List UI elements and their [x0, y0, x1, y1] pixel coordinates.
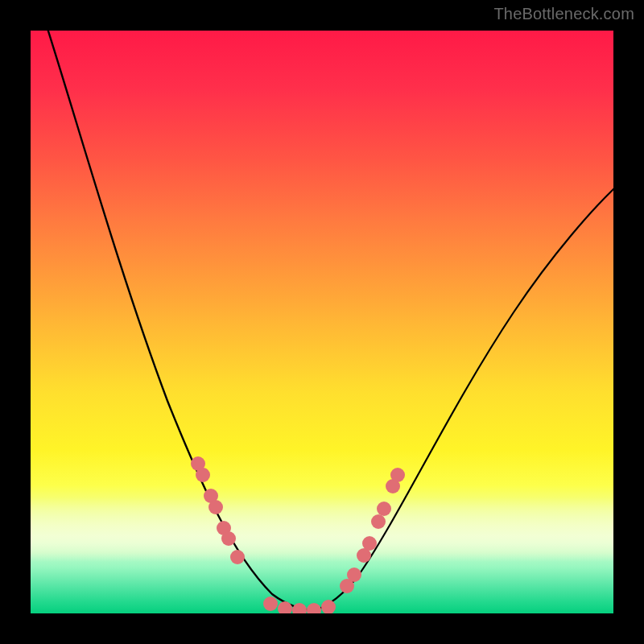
marker-dot: [321, 600, 336, 613]
marker-dot: [263, 597, 278, 611]
marker-dot: [307, 603, 321, 613]
marker-dot: [377, 502, 391, 516]
left-curve: [45, 31, 311, 610]
right-curve: [311, 188, 613, 610]
marker-dot: [208, 500, 223, 514]
marker-dot: [347, 568, 361, 582]
marker-dot: [292, 603, 307, 613]
marker-dot: [221, 531, 236, 546]
marker-dot: [278, 601, 292, 613]
plot-area: [31, 31, 613, 613]
marker-dot: [196, 468, 210, 482]
marker-dot: [230, 550, 245, 564]
marker-dot: [362, 536, 377, 551]
watermark-text: TheBottleneck.com: [493, 5, 634, 23]
marker-dot: [390, 468, 405, 482]
marker-dot: [371, 514, 386, 529]
curve-layer: [31, 31, 613, 613]
chart-frame: TheBottleneck.com: [0, 0, 644, 644]
